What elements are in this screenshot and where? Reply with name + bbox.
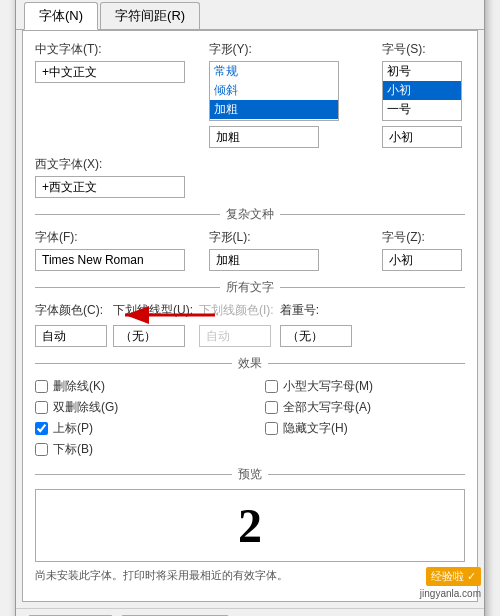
- style-item-italic[interactable]: 倾斜: [210, 81, 338, 100]
- effect-small-caps: 小型大写字母(M): [265, 378, 465, 395]
- size-item-yi[interactable]: 一号: [383, 100, 461, 119]
- watermark-bottom: jingyanla.com: [420, 588, 481, 599]
- effects-section-label: 效果: [35, 355, 465, 372]
- tab-font[interactable]: 字体(N): [24, 2, 98, 30]
- chinese-font-group: 中文字体(T): +中文正文: [35, 41, 201, 148]
- preview-section-label: 预览: [35, 466, 465, 483]
- emphasis-group: 着重号: （无）: [280, 302, 352, 347]
- style-label: 字形(Y):: [209, 41, 375, 58]
- complex-style-label: 字形(L):: [209, 229, 375, 246]
- effect-strikethrough: 删除线(K): [35, 378, 235, 395]
- effect-subscript: 下标(B): [35, 441, 235, 458]
- complex-font-group: 字体(F): Times New Roman: [35, 229, 201, 271]
- effects-grid: 删除线(K) 小型大写字母(M) 双删除线(G) 全部大写字母(A) 上标(P): [35, 378, 465, 458]
- western-font-select[interactable]: +西文正文: [35, 176, 185, 198]
- complex-size-group: 字号(Z): 小初: [382, 229, 465, 271]
- color-label: 字体颜色(C):: [35, 302, 107, 319]
- western-font-label: 西文字体(X):: [35, 156, 465, 173]
- underline-color-group: 下划线颜色(I): 自动: [199, 302, 274, 347]
- complex-style-group: 字形(L): 加粗: [209, 229, 375, 271]
- underline-type-select[interactable]: （无）: [113, 325, 185, 347]
- watermark: 经验啦 ✓ jingyanla.com: [420, 567, 481, 599]
- hidden-checkbox[interactable]: [265, 422, 278, 435]
- complex-font-select[interactable]: Times New Roman: [35, 249, 185, 271]
- effect-superscript: 上标(P): [35, 420, 235, 437]
- effect-all-caps: 全部大写字母(A): [265, 399, 465, 416]
- emphasis-label: 着重号:: [280, 302, 352, 319]
- tabs-container: 字体(N) 字符间距(R): [16, 0, 484, 30]
- size-group-cn: 字号(S): 初号 小初 一号 小初: [382, 41, 465, 148]
- chinese-font-select[interactable]: +中文正文: [35, 61, 185, 83]
- style-group: 字形(Y): 常规 倾斜 加粗 加粗: [209, 41, 375, 148]
- watermark-top: 经验啦 ✓: [426, 567, 481, 586]
- complex-section-label: 复杂文种: [35, 206, 465, 223]
- color-group: 字体颜色(C): 自动: [35, 302, 107, 347]
- underline-type-group: 下划线线型(U): （无）: [113, 302, 193, 347]
- underline-color-label: 下划线颜色(I):: [199, 302, 274, 319]
- subscript-label: 下标(B): [53, 441, 93, 458]
- size-select-cn[interactable]: 小初: [382, 126, 462, 148]
- all-caps-checkbox[interactable]: [265, 401, 278, 414]
- western-font-group: 西文字体(X): +西文正文: [35, 156, 465, 198]
- complex-font-label: 字体(F):: [35, 229, 201, 246]
- effect-hidden: 隐藏文字(H): [265, 420, 465, 437]
- subscript-checkbox[interactable]: [35, 443, 48, 456]
- all-text-section-label: 所有文字: [35, 279, 465, 296]
- style-item-regular[interactable]: 常规: [210, 62, 338, 81]
- tab-spacing[interactable]: 字符间距(R): [100, 2, 200, 29]
- bottom-buttons-bar: 默认(D)... 文本效果(E)...: [16, 608, 484, 616]
- underline-color-select[interactable]: 自动: [199, 325, 271, 347]
- underline-type-label: 下划线线型(U):: [113, 302, 193, 319]
- preview-text: 2: [238, 498, 262, 553]
- small-caps-checkbox[interactable]: [265, 380, 278, 393]
- small-caps-label: 小型大写字母(M): [283, 378, 373, 395]
- content-area: 中文字体(T): +中文正文 字形(Y): 常规 倾斜 加粗: [22, 30, 478, 602]
- size-item-chu[interactable]: 初号: [383, 62, 461, 81]
- preview-box: 2: [35, 489, 465, 562]
- size-label-cn: 字号(S):: [382, 41, 465, 58]
- hidden-label: 隐藏文字(H): [283, 420, 348, 437]
- strikethrough-checkbox[interactable]: [35, 380, 48, 393]
- style-list[interactable]: 常规 倾斜 加粗: [209, 61, 339, 121]
- superscript-checkbox[interactable]: [35, 422, 48, 435]
- complex-size-label: 字号(Z):: [382, 229, 465, 246]
- all-caps-label: 全部大写字母(A): [283, 399, 371, 416]
- emphasis-select[interactable]: （无）: [280, 325, 352, 347]
- complex-style-select[interactable]: 加粗: [209, 249, 319, 271]
- superscript-label: 上标(P): [53, 420, 93, 437]
- double-strikethrough-checkbox[interactable]: [35, 401, 48, 414]
- size-item-xiaoch[interactable]: 小初: [383, 81, 461, 100]
- chinese-font-label: 中文字体(T):: [35, 41, 201, 58]
- style-item-bold[interactable]: 加粗: [210, 100, 338, 119]
- note-text: 尚未安装此字体。打印时将采用最相近的有效字体。: [35, 568, 465, 583]
- color-select[interactable]: 自动: [35, 325, 107, 347]
- strikethrough-label: 删除线(K): [53, 378, 105, 395]
- double-strikethrough-label: 双删除线(G): [53, 399, 118, 416]
- complex-size-select[interactable]: 小初: [382, 249, 462, 271]
- style-select[interactable]: 加粗: [209, 126, 319, 148]
- size-list-cn[interactable]: 初号 小初 一号: [382, 61, 462, 121]
- effect-double-strikethrough: 双删除线(G): [35, 399, 235, 416]
